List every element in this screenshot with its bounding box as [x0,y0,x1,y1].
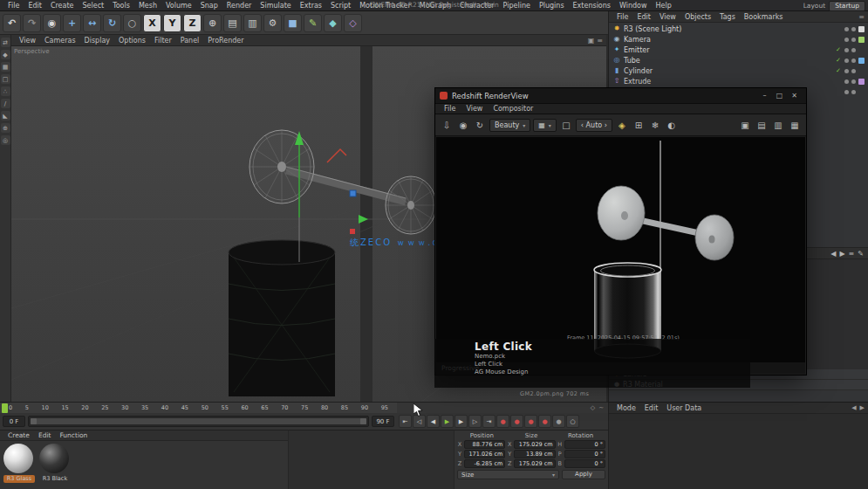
layers-icon[interactable]: ▣ [738,118,752,132]
enabled-check-icon[interactable]: ✓ [835,57,842,64]
range-handle-right[interactable] [360,418,366,424]
menu-item[interactable]: Help [652,2,676,10]
editor-visibility-dot[interactable] [844,59,849,63]
material-menu-item[interactable]: Edit [34,431,56,439]
model-mode-icon[interactable]: ◆ [1,50,10,59]
workplane-icon[interactable]: □ [1,74,10,84]
back-icon[interactable]: ◀ [830,250,836,258]
maximize-button[interactable]: □ [772,92,787,100]
object-manager-menu-item[interactable]: Objects [680,13,715,21]
rotation-field[interactable]: 0 ° [564,459,605,468]
panel-menu-icon[interactable]: ≡ [858,13,865,21]
enabled-check-icon[interactable]: ✓ [835,67,842,74]
attribute-menu-item[interactable]: Edit [640,404,663,412]
timeline-ruler[interactable]: 05101520253035404550556065707580859095 [0,402,397,413]
move-tool-icon[interactable]: + [63,14,81,32]
texture-tag-icon[interactable] [858,37,865,43]
axis-z-button[interactable]: Z [183,14,202,32]
channels-icon[interactable]: ▦ [788,118,802,132]
menu-item[interactable]: Extras [296,2,326,10]
render-visibility-dot[interactable] [851,90,856,94]
menu-item[interactable]: Pipeline [499,2,535,10]
rotation-field[interactable]: 0 ° [564,450,605,458]
panel-single-view-icon[interactable]: ▣ [588,37,595,45]
playhead[interactable] [2,403,8,413]
renderview-menu-item[interactable]: View [461,105,488,113]
aov-select[interactable]: Beauty [489,119,530,132]
axis-x-button[interactable]: X [143,14,161,32]
apply-button[interactable]: Apply [562,470,605,479]
menu-item[interactable]: Select [78,2,108,10]
record-button[interactable]: ● [496,415,509,428]
texture-tag-icon[interactable] [858,58,865,64]
viewport-menu-item[interactable]: Display [80,37,115,45]
texture-tag-icon[interactable] [858,89,865,95]
viewport-menu-item[interactable]: Filter [150,37,176,45]
editor-visibility-dot[interactable] [844,90,849,94]
deformer-icon[interactable]: ◇ [344,14,362,32]
menu-item[interactable]: Render [222,2,256,10]
convert-object-icon[interactable]: ⇄ [1,38,10,47]
scale-tool-icon[interactable]: ↔ [83,14,101,32]
render-visibility-dot[interactable] [851,27,856,31]
next-key-button[interactable]: ▷ [468,415,482,428]
autokey-button[interactable]: ○ [566,415,579,428]
keyframe-bar-icon[interactable]: ◇ [591,404,595,411]
render-visibility-dot[interactable] [851,69,856,73]
layout-preset-select[interactable]: Startup [829,1,865,11]
render-view-icon[interactable]: ▤ [223,14,242,32]
size-field[interactable]: 175.029 cm [514,440,555,449]
menu-item[interactable]: Volume [161,2,196,10]
object-row[interactable]: ◎ Tube ✓ [609,55,868,65]
region-icon[interactable]: □ [559,118,573,132]
edit-icon[interactable]: ✎ [858,250,864,258]
render-visibility-dot[interactable] [851,59,856,63]
forward-icon[interactable]: ▶ [839,250,844,258]
size-field[interactable]: 175.029 cm [514,459,555,468]
object-row[interactable]: ▮ Cylinder ✓ [609,65,868,76]
editor-visibility-dot[interactable] [844,48,849,52]
menu-item[interactable]: File [3,2,24,10]
editor-visibility-dot[interactable] [844,27,849,31]
viewport-menu-item[interactable]: Panel [176,37,204,45]
position-field[interactable]: 171.026 cm [464,450,505,458]
key-parameter-button[interactable]: ● [552,415,565,428]
menu-item[interactable]: Plugins [535,2,569,10]
viewport-menu-item[interactable]: Cameras [40,37,80,45]
menu-item[interactable]: Snap [196,2,222,10]
material-menu-item[interactable]: Function [55,431,92,439]
points-mode-icon[interactable]: ∴ [1,86,10,96]
start-ipr-icon[interactable]: ◉ [456,118,470,132]
size-field[interactable]: 13.89 cm [514,450,555,458]
undo-icon[interactable]: ↶ [3,14,21,32]
material-item[interactable]: R3 Black [39,444,71,483]
object-manager-menu-item[interactable]: Edit [632,13,655,21]
polygons-mode-icon[interactable]: ◣ [1,111,10,121]
grid-icon[interactable]: ⊞ [632,118,646,132]
object-manager-menu-item[interactable]: View [655,13,680,21]
coord-system-icon[interactable]: ⊕ [203,14,222,32]
object-row[interactable]: ◉ Kamera [609,34,868,45]
render-canvas[interactable]: Frame 11: 2025-04-15 09:57:51 (2.01s) [436,137,805,364]
close-button[interactable]: ✕ [787,92,802,100]
material-item[interactable]: R3 Glass [3,444,35,483]
texture-tag-icon[interactable] [858,68,865,74]
menu-item[interactable]: Create [46,2,79,10]
rotation-field[interactable]: 0 ° [564,440,605,449]
live-selection-icon[interactable]: ◉ [43,14,61,32]
menu-item[interactable]: Script [326,2,355,10]
rotate-tool-icon[interactable]: ↻ [103,14,121,32]
split-icon[interactable]: ▥ [771,118,785,132]
render-settings-icon[interactable]: ⚙ [263,14,282,32]
range-bar[interactable] [31,418,366,424]
refresh-icon[interactable]: ↻ [473,118,487,132]
object-row[interactable]: ⇧ Extrude [609,76,868,86]
menu-item[interactable]: Tools [108,2,134,10]
object-manager-menu-item[interactable]: Tags [715,13,740,21]
filter-icon[interactable]: ≡ [849,250,855,258]
snowflake-icon[interactable]: ❄ [648,118,662,132]
editor-visibility-dot[interactable] [844,69,849,73]
menu-item[interactable]: Simulate [256,2,295,10]
camera-select[interactable]: ▦ [533,119,557,132]
forward-icon[interactable]: ▶ [860,404,865,411]
